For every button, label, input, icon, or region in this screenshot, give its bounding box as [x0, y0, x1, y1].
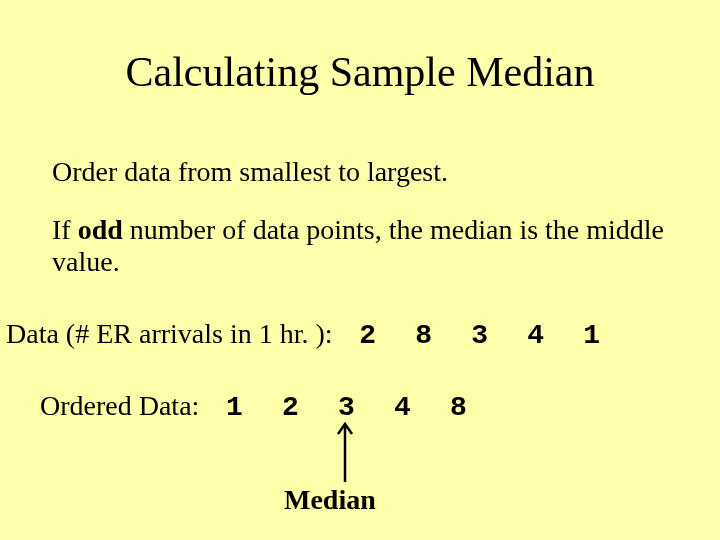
ordered-value-median: 4 — [374, 392, 430, 423]
arrow-up-icon — [335, 420, 355, 484]
median-label: Median — [284, 484, 376, 516]
ordered-values: 12348 — [206, 392, 486, 423]
data-value: 3 — [452, 320, 508, 351]
instruction-order: Order data from smallest to largest. — [52, 156, 448, 188]
ordered-value: 2 — [262, 392, 318, 423]
ordered-label: Ordered Data: — [40, 390, 206, 421]
text-pre: If — [52, 214, 78, 245]
data-value: 1 — [564, 320, 620, 351]
slide-title: Calculating Sample Median — [0, 48, 720, 96]
data-value: 8 — [396, 320, 452, 351]
data-values: 28341 — [340, 320, 620, 351]
data-value: 4 — [508, 320, 564, 351]
ordered-value: 3 — [318, 392, 374, 423]
text-post: number of data points, the median is the… — [52, 214, 664, 277]
data-value: 2 — [340, 320, 396, 351]
ordered-value: 1 — [206, 392, 262, 423]
ordered-value: 8 — [430, 392, 486, 423]
slide: Calculating Sample Median Order data fro… — [0, 0, 720, 540]
ordered-row: Ordered Data: 12348 — [40, 390, 486, 423]
data-label: Data (# ER arrivals in 1 hr. ): — [6, 318, 340, 349]
text-bold-odd: odd — [78, 214, 123, 245]
data-row: Data (# ER arrivals in 1 hr. ): 28341 — [6, 318, 714, 351]
instruction-odd: If odd number of data points, the median… — [52, 214, 668, 278]
